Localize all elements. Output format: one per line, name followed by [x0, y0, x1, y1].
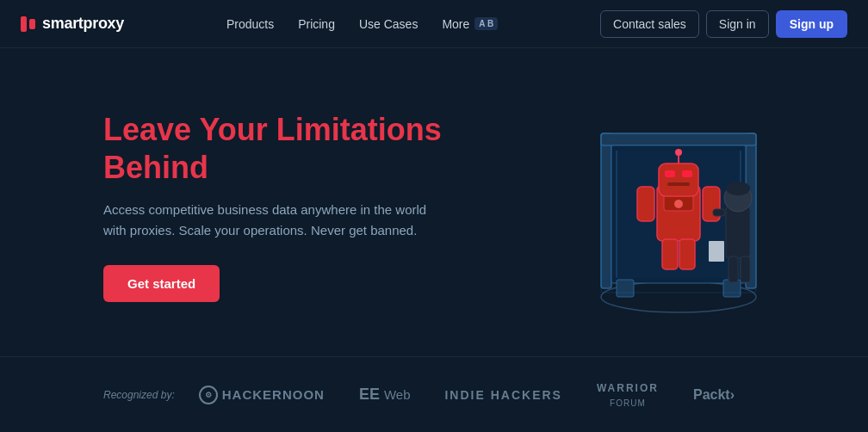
svg-rect-3 — [601, 133, 756, 145]
svg-rect-15 — [682, 170, 692, 177]
warrior-bottom-text: FORUM — [610, 398, 646, 408]
svg-rect-28 — [713, 209, 725, 216]
logo-icon — [21, 16, 35, 32]
hackernoon-icon: ⚙ — [199, 386, 218, 404]
nav-more-area[interactable]: More A B — [442, 17, 498, 31]
indie-hackers-text: INDIE HACKERS — [444, 388, 561, 402]
svg-rect-14 — [665, 170, 675, 177]
svg-rect-26 — [728, 256, 738, 282]
warrior-forum-logo: WARRIOR FORUM — [597, 382, 659, 408]
get-started-button[interactable]: Get started — [103, 265, 220, 302]
nav-pricing[interactable]: Pricing — [298, 17, 335, 31]
lang-label: A B — [479, 19, 493, 28]
brand-name: smartproxy — [42, 15, 124, 33]
hackernoon-text: HACKERNOON — [222, 387, 325, 402]
svg-rect-21 — [662, 239, 678, 269]
logo[interactable]: smartproxy — [21, 15, 124, 33]
ee-text: EE — [359, 386, 380, 404]
svg-point-25 — [726, 182, 750, 195]
nav-more-label: More — [442, 17, 469, 31]
hero-title: Leave Your Limitations Behind — [103, 111, 499, 185]
nav-buttons: Contact sales Sign in Sign up — [600, 10, 847, 38]
svg-point-12 — [674, 200, 683, 208]
svg-rect-23 — [726, 207, 750, 258]
recognized-bar: Recognized by: ⚙ HACKERNOON EEWeb INDIE … — [0, 356, 868, 432]
svg-point-18 — [675, 149, 682, 156]
eeweb-logo: EEWeb — [359, 386, 411, 404]
warrior-top-text: WARRIOR — [597, 382, 659, 394]
navbar: smartproxy Products Pricing Use Cases Mo… — [0, 0, 868, 48]
svg-rect-13 — [659, 164, 698, 196]
nav-use-cases[interactable]: Use Cases — [359, 17, 418, 31]
hackernoon-logo: ⚙ HACKERNOON — [199, 386, 325, 404]
recognized-label: Recognized by: — [103, 389, 175, 401]
logo-bar-short — [29, 19, 35, 29]
hero-content: Leave Your Limitations Behind Access com… — [103, 102, 499, 301]
robot-illustration — [541, 73, 816, 331]
language-badge[interactable]: A B — [474, 17, 498, 30]
svg-rect-8 — [617, 280, 634, 297]
svg-rect-19 — [637, 187, 654, 221]
web-text: Web — [384, 387, 411, 402]
indie-hackers-logo: INDIE HACKERS — [444, 388, 561, 402]
svg-rect-27 — [741, 256, 750, 282]
svg-rect-29 — [709, 241, 724, 262]
brand-logos: ⚙ HACKERNOON EEWeb INDIE HACKERS WARRIOR… — [199, 382, 765, 408]
svg-rect-16 — [667, 182, 690, 186]
hero-section: Leave Your Limitations Behind Access com… — [0, 48, 868, 356]
packt-text: Packt› — [693, 387, 735, 403]
contact-sales-button[interactable]: Contact sales — [600, 10, 699, 38]
svg-rect-1 — [601, 133, 611, 288]
sign-in-button[interactable]: Sign in — [706, 10, 769, 38]
svg-rect-22 — [679, 239, 695, 269]
nav-links: Products Pricing Use Cases More A B — [226, 17, 498, 31]
packt-logo: Packt› — [693, 387, 735, 403]
logo-bar-tall — [21, 16, 27, 32]
sign-up-button[interactable]: Sign up — [776, 10, 847, 38]
nav-products[interactable]: Products — [226, 17, 274, 31]
hero-illustration — [541, 73, 816, 331]
hero-subtitle: Access competitive business data anywher… — [103, 200, 431, 241]
